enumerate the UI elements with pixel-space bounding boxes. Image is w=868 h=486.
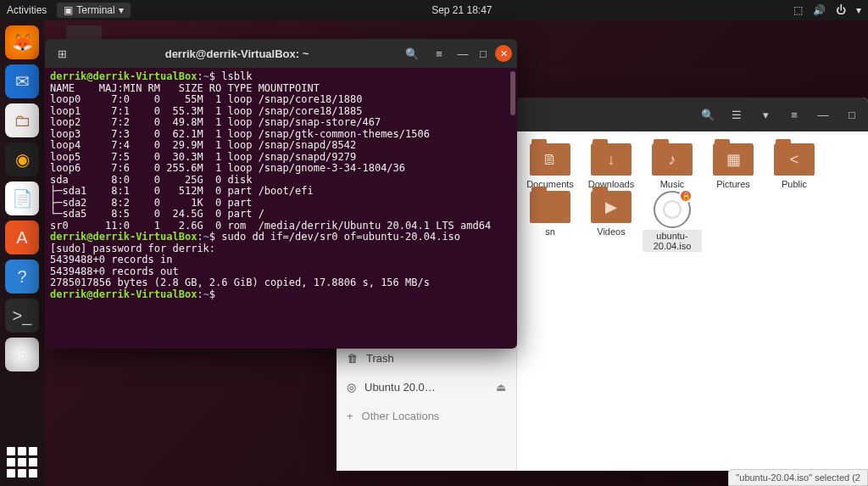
volume-icon[interactable]: 🔊 xyxy=(813,4,826,16)
terminal-headerbar: ⊞ derrik@derrik-VirtualBox: ~ 🔍 ≡ — □ ✕ xyxy=(45,39,517,68)
minimize-button[interactable]: — xyxy=(454,45,471,62)
maximize-button[interactable]: □ xyxy=(839,103,865,126)
eject-button[interactable]: ⏏ xyxy=(496,381,506,394)
view-list-button[interactable]: ☰ xyxy=(724,103,749,126)
close-icon: ✕ xyxy=(500,48,508,59)
plus-icon: + xyxy=(347,410,353,422)
folder-sn[interactable]: sn xyxy=(520,191,580,252)
folder-downloads[interactable]: ↓Downloads xyxy=(581,143,641,189)
list-icon: ☰ xyxy=(732,109,742,121)
folder-videos[interactable]: ▶Videos xyxy=(581,191,641,252)
power-icon[interactable]: ⏻ xyxy=(836,4,846,16)
new-tab-icon: ⊞ xyxy=(58,47,67,60)
terminal-output[interactable]: derrik@derrik-VirtualBox:~$ lsblk NAME M… xyxy=(45,68,517,349)
activities-button[interactable]: Activities xyxy=(7,4,47,16)
sidebar-item-label: Other Locations xyxy=(362,410,440,422)
chevron-down-icon: ▾ xyxy=(763,109,769,121)
lock-icon: 🔒 xyxy=(679,189,693,203)
sidebar-item-label: Trash xyxy=(366,352,394,365)
chevron-down-icon: ▾ xyxy=(119,4,124,16)
files-statusbar: "ubuntu-20.04.iso" selected (2 xyxy=(728,469,868,486)
search-icon: 🔍 xyxy=(701,109,715,121)
folder-public[interactable]: <Public xyxy=(765,143,824,189)
search-button[interactable]: 🔍 xyxy=(400,42,424,64)
minimize-icon: — xyxy=(458,47,469,60)
folder-pictures[interactable]: ▦Pictures xyxy=(704,143,763,189)
top-bar: Activities ▣ Terminal ▾ Sep 21 18:47 ⬚ 🔊… xyxy=(0,0,868,20)
dock-rhythmbox[interactable]: ◉ xyxy=(5,142,39,176)
trash-icon: 🗑 xyxy=(347,352,358,365)
sidebar-item-label: Ubuntu 20.0… xyxy=(364,381,436,394)
dock-thunderbird[interactable]: ✉ xyxy=(5,64,39,98)
sidebar-ubuntu-disc[interactable]: ◎ Ubuntu 20.0… ⏏ xyxy=(337,372,516,401)
new-tab-button[interactable]: ⊞ xyxy=(50,42,74,64)
clock[interactable]: Sep 21 18:47 xyxy=(131,4,793,16)
terminal-icon: ▣ xyxy=(64,4,73,16)
dock-disc[interactable]: ◎ xyxy=(5,338,39,371)
minimize-icon: — xyxy=(818,109,829,121)
dock-software[interactable]: A xyxy=(5,221,39,254)
dock-help[interactable]: ? xyxy=(5,260,39,293)
hamburger-button[interactable]: ≡ xyxy=(427,42,451,64)
chevron-down-icon[interactable]: ▾ xyxy=(856,4,861,16)
scrollbar[interactable] xyxy=(510,71,515,115)
dock-firefox[interactable]: 🦊 xyxy=(5,25,39,59)
minimize-button[interactable]: — xyxy=(810,103,836,126)
maximize-icon: □ xyxy=(849,109,855,121)
disc-icon: ◎ xyxy=(347,381,356,394)
terminal-window: ⊞ derrik@derrik-VirtualBox: ~ 🔍 ≡ — □ ✕ … xyxy=(45,39,517,349)
dock-files[interactable]: 🗀 xyxy=(5,103,39,137)
folder-documents[interactable]: 🗎Documents xyxy=(520,143,580,189)
file-ubuntu-iso[interactable]: 🔒ubuntu-20.04.iso xyxy=(643,191,702,252)
maximize-icon: □ xyxy=(480,47,487,60)
network-icon[interactable]: ⬚ xyxy=(793,4,803,16)
hamburger-button[interactable]: ≡ xyxy=(782,103,807,126)
files-icon-view[interactable]: 🗎Documents↓Downloads♪Music▦Pictures<Publ… xyxy=(517,131,868,471)
search-icon: 🔍 xyxy=(405,47,419,60)
dock: 🦊 ✉ 🗀 ◉ 📄 A ? >_ ◎ xyxy=(0,20,44,486)
hamburger-icon: ≡ xyxy=(791,109,798,121)
folder-music[interactable]: ♪Music xyxy=(643,143,702,189)
view-options-button[interactable]: ▾ xyxy=(753,103,778,126)
close-button[interactable]: ✕ xyxy=(495,45,512,62)
search-button[interactable]: 🔍 xyxy=(695,103,721,126)
hamburger-icon: ≡ xyxy=(436,47,442,60)
app-name: Terminal xyxy=(76,4,114,16)
maximize-button[interactable]: □ xyxy=(475,45,492,62)
show-applications[interactable] xyxy=(7,447,37,478)
terminal-title: derrik@derrik-VirtualBox: ~ xyxy=(77,47,397,60)
app-indicator[interactable]: ▣ Terminal ▾ xyxy=(57,3,130,18)
sidebar-other-locations[interactable]: + Other Locations xyxy=(337,401,516,430)
dock-terminal[interactable]: >_ xyxy=(5,299,39,332)
dock-libreoffice[interactable]: 📄 xyxy=(5,182,39,215)
